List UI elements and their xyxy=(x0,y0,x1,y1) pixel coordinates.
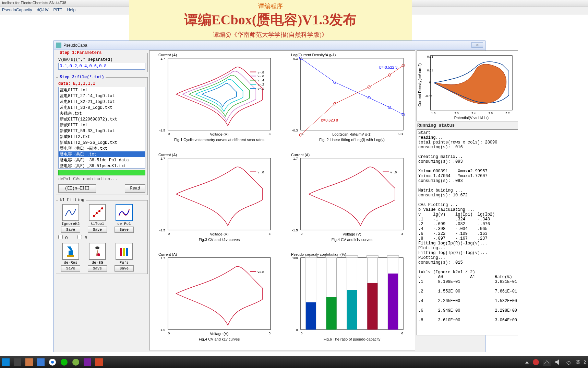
list-item[interactable]: 新威GITT2_59-26_logD.txt xyxy=(59,140,145,146)
svg-text:-1.5: -1.5 xyxy=(159,128,166,132)
wifi-icon[interactable] xyxy=(565,358,573,366)
ime-num[interactable]: 2 xyxy=(584,360,586,365)
svg-text:1.7: 1.7 xyxy=(160,156,165,160)
svg-text:v=.8: v=.8 xyxy=(257,170,264,174)
list-item[interactable]: 赝电容（共E）.txt xyxy=(59,151,145,157)
svg-text:-0.1: -0.1 xyxy=(397,132,404,136)
k1tool-icon[interactable] xyxy=(89,204,106,221)
svg-text:Voltage (V): Voltage (V) xyxy=(210,132,228,136)
volume-icon[interactable] xyxy=(554,358,562,366)
menu-help[interactable]: Help xyxy=(67,8,75,13)
step2-group: Step 2:file(*.txt) data: E,I,I,I,I 蓝电GIT… xyxy=(56,75,148,195)
pus-save-button[interactable]: Save xyxy=(115,265,134,272)
svg-text:Voltage (V): Voltage (V) xyxy=(210,332,228,336)
tray-expand-icon[interactable] xyxy=(525,361,529,364)
app4-icon[interactable] xyxy=(84,358,91,366)
menu-pseudocapacity[interactable]: PseudoCapacity xyxy=(2,8,32,13)
k1tool-save-button[interactable]: Save xyxy=(88,227,107,233)
menu-dqdv[interactable]: dQ/dV xyxy=(37,8,48,13)
deres-label: de-Res xyxy=(58,261,83,265)
list-item[interactable]: 新威GITT_59-33_logD.txt xyxy=(59,128,145,134)
depol-save-button[interactable]: Save xyxy=(115,227,134,233)
list-item[interactable]: 赝电容（共E）_36-51pseuK1.txt xyxy=(59,163,145,169)
svg-text:0.01: 0.01 xyxy=(427,69,433,72)
deres-save-button[interactable]: Save xyxy=(61,265,80,272)
debg-save-button[interactable]: Save xyxy=(88,265,107,272)
svg-rect-114 xyxy=(37,358,45,366)
list-item[interactable]: 赝电容（共E）-副本.txt xyxy=(59,146,145,151)
tray-icon-1[interactable] xyxy=(532,358,540,366)
svg-rect-97 xyxy=(367,283,377,330)
ppt-icon[interactable] xyxy=(95,358,103,366)
app3-icon[interactable] xyxy=(72,358,80,366)
svg-text:3: 3 xyxy=(269,331,271,335)
list-item[interactable]: 去残余.txt xyxy=(59,111,145,116)
menu-pitt[interactable]: PITT xyxy=(53,8,62,13)
deres-tool-icon[interactable] xyxy=(62,243,79,260)
svg-text:2.0: 2.0 xyxy=(454,112,458,115)
release-banner: 谭编程序 谭编ECbox(赝电容)V1.3发布 谭编@《华南师范大学学报(自然科… xyxy=(129,0,412,41)
svg-rect-10 xyxy=(126,248,128,256)
app2-icon[interactable] xyxy=(25,358,33,366)
svg-text:3: 3 xyxy=(269,132,271,136)
pus-tool-icon[interactable] xyxy=(116,243,133,260)
k1-legend: k1 Fitting xyxy=(58,198,86,203)
ignorek2-save-button[interactable]: Save xyxy=(61,227,80,233)
list-item[interactable]: 新威GITT.txt xyxy=(59,122,145,128)
log-title: Running status xyxy=(417,121,518,129)
svg-text:0: 0 xyxy=(301,232,303,235)
svg-text:1.7: 1.7 xyxy=(293,156,298,160)
svg-text:v=.2: v=.2 xyxy=(257,82,264,86)
start-icon[interactable] xyxy=(2,358,10,366)
explorer-icon[interactable] xyxy=(37,358,45,366)
thumb-ylabel: Current Density(mA cm-2) xyxy=(418,63,422,106)
svg-text:2.4: 2.4 xyxy=(471,112,476,115)
svg-text:-0.3: -0.3 xyxy=(292,128,298,132)
svg-text:Voltage (V): Voltage (V) xyxy=(343,232,361,236)
ignorek2-tool-icon[interactable] xyxy=(62,204,79,221)
svg-rect-96 xyxy=(367,256,378,258)
svg-rect-49 xyxy=(168,158,271,230)
pus-label: Pu's xyxy=(112,261,136,265)
scanrates-input[interactable] xyxy=(58,63,145,70)
r-checkbox[interactable] xyxy=(77,235,82,239)
banner-line1: 谭编程序 xyxy=(129,2,412,10)
list-item[interactable]: 蓝电GITT_27-14_logD.txt xyxy=(59,93,145,99)
file-listbox[interactable]: 蓝电GITT.txt蓝电GITT_27-14_logD.txt蓝电GITT_32… xyxy=(58,87,145,169)
o-checkbox[interactable] xyxy=(58,235,63,239)
step1-legend: Step 1:Parameters xyxy=(58,50,103,55)
depol-tool-icon[interactable] xyxy=(116,204,133,221)
svg-text:-1.5: -1.5 xyxy=(159,228,166,232)
svg-rect-8 xyxy=(120,248,122,256)
app1-icon[interactable] xyxy=(14,358,21,366)
svg-line-4 xyxy=(93,208,103,217)
svg-text:-0.02: -0.02 xyxy=(425,94,432,98)
plot-3: 1.7-1.503Voltage (V)Current (A)Fig.3 CV … xyxy=(149,151,282,251)
svg-text:3: 3 xyxy=(401,232,404,235)
log-textarea[interactable]: Start reading... total points(rows x col… xyxy=(417,129,518,335)
chrome-icon[interactable] xyxy=(49,358,56,366)
debg-tool-icon[interactable] xyxy=(89,243,106,260)
list-item[interactable]: 蓝电GITT.txt xyxy=(59,87,145,93)
svg-text:Fig.3  CV and k1v curves: Fig.3 CV and k1v curves xyxy=(199,238,240,242)
svg-text:Fig.1  Cyclic voltammetry curv: Fig.1 Cyclic voltammetry curves at diffe… xyxy=(174,138,265,142)
svg-text:2.8: 2.8 xyxy=(489,112,493,115)
svg-point-123 xyxy=(568,364,569,365)
dialog-titlebar[interactable]: PseudoCapa ✕ xyxy=(54,41,485,50)
close-button[interactable]: ✕ xyxy=(471,42,483,48)
list-item[interactable]: 赝电容（共E）_36-51de_Pol_data. xyxy=(59,157,145,163)
tray-icon-2[interactable] xyxy=(543,358,551,366)
svg-rect-99 xyxy=(387,256,399,258)
ei-to-eiii-button[interactable]: (EI)n→EIII xyxy=(58,184,96,193)
wechat-icon[interactable] xyxy=(60,358,68,366)
thumbnail-plot: Potential(V vs Li/Li+) Current Density(m… xyxy=(417,50,518,121)
svg-rect-5 xyxy=(67,255,74,257)
list-item[interactable]: 新威GITT2.txt xyxy=(59,134,145,140)
svg-text:0.03: 0.03 xyxy=(427,55,433,58)
list-item[interactable]: 新威GITT(1220698872).txt xyxy=(59,116,145,122)
list-item[interactable]: 蓝电GITT_32-21_logD.txt xyxy=(59,99,145,105)
ime-lang[interactable]: 英 xyxy=(576,359,580,365)
svg-text:v=.1: v=.1 xyxy=(257,87,264,90)
list-item[interactable]: 蓝电GITT_33-8_logD.txt xyxy=(59,105,145,111)
read-button[interactable]: Read xyxy=(125,184,145,193)
